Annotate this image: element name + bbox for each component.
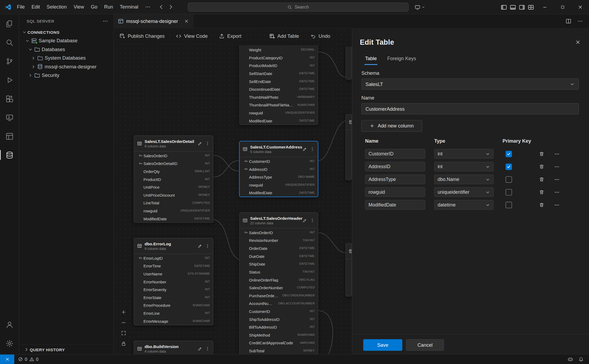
- table-node-header[interactable]: [346, 243, 352, 259]
- layout-grid-icon[interactable]: [528, 4, 534, 10]
- twisty-collapsed-icon[interactable]: [30, 64, 36, 69]
- column-options-more-icon[interactable]: [554, 176, 560, 182]
- query-history-section[interactable]: QUERY HISTORY: [19, 344, 113, 354]
- copilot-indicator[interactable]: [415, 0, 425, 14]
- twisty-expanded-icon[interactable]: [21, 30, 27, 34]
- activity-explorer[interactable]: [0, 14, 19, 33]
- column-options-more-icon[interactable]: [554, 151, 560, 157]
- twisty-expanded-icon[interactable]: [24, 39, 30, 43]
- table-menu-icon[interactable]: [310, 147, 315, 151]
- delete-column-trash-icon[interactable]: [539, 177, 544, 182]
- table-node-salesorderheader[interactable]: SalesLT.SalesOrderHeader22 column dataSa…: [239, 212, 318, 354]
- activity-remote-explorer[interactable]: [0, 108, 19, 127]
- edit-table-pencil-icon[interactable]: [198, 346, 202, 351]
- add-new-column-button[interactable]: Add new column: [361, 120, 422, 132]
- twisty-collapsed-icon[interactable]: [30, 56, 36, 60]
- table-menu-icon[interactable]: [310, 218, 315, 223]
- delete-column-trash-icon[interactable]: [539, 151, 544, 156]
- menu-edit[interactable]: Edit: [28, 3, 43, 11]
- split-editor-icon[interactable]: [566, 18, 571, 24]
- problems-indicator[interactable]: 0 0: [18, 357, 39, 362]
- zoom-out-button[interactable]: [119, 318, 128, 327]
- twisty-collapsed-icon[interactable]: [27, 73, 34, 77]
- close-panel-icon[interactable]: [575, 39, 581, 45]
- table-node-buildversion[interactable]: dbo.BuildVersion4 column data: [134, 341, 213, 354]
- activity-search[interactable]: [0, 33, 19, 52]
- toolbar-add-table-button[interactable]: Add Table: [269, 33, 299, 39]
- table-node-header[interactable]: SalesLT.SalesOrderDetail9 column data: [134, 136, 213, 151]
- save-button[interactable]: Save: [363, 339, 402, 351]
- table-menu-icon[interactable]: [205, 346, 210, 351]
- table-node-hidden-table-3[interactable]: [346, 243, 352, 296]
- table-node-header[interactable]: dbo.BuildVersion4 column data: [134, 341, 213, 354]
- cancel-button[interactable]: Cancel: [406, 339, 444, 351]
- toolbar-undo-button[interactable]: Undo: [310, 33, 330, 39]
- more-actions-icon[interactable]: [577, 18, 583, 24]
- table-node-salesorderdetail[interactable]: SalesLT.SalesOrderDetail9 column dataSal…: [134, 135, 213, 223]
- edit-table-pencil-icon[interactable]: [198, 141, 202, 146]
- tab-mssql-schema-designer[interactable]: mssql-schema-designer: [114, 14, 193, 28]
- primary-key-checkbox[interactable]: [506, 163, 512, 170]
- tree-item-security[interactable]: Security: [19, 71, 113, 79]
- table-node-header[interactable]: [346, 114, 352, 130]
- column-name-input[interactable]: [365, 200, 425, 210]
- column-type-select[interactable]: int: [434, 162, 494, 172]
- notifications-bell-icon[interactable]: [578, 357, 584, 362]
- activity-account[interactable]: [0, 315, 19, 334]
- table-menu-icon[interactable]: [205, 141, 210, 146]
- delete-column-trash-icon[interactable]: [539, 202, 544, 208]
- menu-go[interactable]: Go: [87, 3, 101, 11]
- close-window-button[interactable]: [571, 0, 589, 14]
- table-name-input[interactable]: [361, 103, 579, 114]
- primary-key-checkbox[interactable]: [506, 189, 512, 195]
- column-type-select[interactable]: dbo.Name: [434, 175, 494, 184]
- table-node-header[interactable]: SalesLT.CustomerAddress5 column data: [240, 142, 318, 157]
- menu-file[interactable]: File: [14, 3, 28, 11]
- primary-key-checkbox[interactable]: [506, 151, 512, 157]
- activity-settings[interactable]: [0, 334, 19, 353]
- column-name-input[interactable]: [365, 162, 425, 172]
- column-name-input[interactable]: [365, 187, 425, 197]
- tree-item-mssql-schema-designer[interactable]: mssql-schema-designer: [19, 62, 113, 71]
- edit-table-pencil-icon[interactable]: [302, 147, 307, 151]
- maximize-button[interactable]: [554, 0, 571, 14]
- column-type-select[interactable]: datetime: [434, 200, 494, 210]
- table-node-header[interactable]: SalesLT.SalesOrderHeader22 column data: [240, 213, 318, 228]
- tab-foreign-keys[interactable]: Foreign Keys: [382, 54, 421, 65]
- menu-view[interactable]: View: [70, 3, 87, 11]
- table-node-customeraddress[interactable]: SalesLT.CustomerAddress5 column dataCust…: [239, 141, 318, 197]
- remote-indicator[interactable]: [0, 354, 14, 364]
- tab-table[interactable]: Table: [360, 54, 382, 65]
- table-node-header[interactable]: dbo.ErrorLog9 column data: [134, 238, 213, 254]
- lock-button[interactable]: [119, 340, 128, 348]
- table-node-hidden-table-1[interactable]: [346, 47, 352, 80]
- menu-overflow-icon[interactable]: [142, 3, 154, 11]
- activity-workspaces[interactable]: [0, 127, 19, 146]
- layout-bottom-icon[interactable]: [510, 4, 516, 10]
- tab-close-icon[interactable]: [184, 19, 189, 24]
- column-options-more-icon[interactable]: [554, 189, 560, 195]
- column-name-input[interactable]: [365, 175, 425, 184]
- fit-view-button[interactable]: [119, 329, 128, 337]
- tree-item-sample-database[interactable]: Sample Database: [19, 36, 113, 45]
- activity-run-debug[interactable]: [0, 71, 19, 89]
- toolbar-export-button[interactable]: Export: [219, 33, 241, 39]
- primary-key-checkbox[interactable]: [506, 202, 512, 208]
- activity-extensions[interactable]: [0, 89, 19, 108]
- zoom-in-button[interactable]: [119, 308, 128, 316]
- twisty-expanded-icon[interactable]: [27, 47, 34, 52]
- delete-column-trash-icon[interactable]: [539, 164, 544, 169]
- schema-select[interactable]: SalesLT: [361, 78, 579, 90]
- activity-sql-database[interactable]: [0, 146, 19, 164]
- menu-selection[interactable]: Selection: [43, 3, 70, 11]
- column-name-input[interactable]: [365, 149, 425, 159]
- edit-table-pencil-icon[interactable]: [302, 218, 307, 223]
- menu-run[interactable]: Run: [101, 3, 116, 11]
- column-options-more-icon[interactable]: [554, 202, 560, 208]
- go-forward-button[interactable]: [168, 4, 173, 10]
- primary-key-checkbox[interactable]: [506, 176, 512, 183]
- table-node-product-partial[interactable]: WeightDECIMALProductCategoryIDINTProduct…: [239, 45, 318, 125]
- toolbar-view-code-button[interactable]: View Code: [176, 33, 208, 39]
- delete-column-trash-icon[interactable]: [539, 189, 544, 195]
- column-type-select[interactable]: int: [434, 149, 494, 159]
